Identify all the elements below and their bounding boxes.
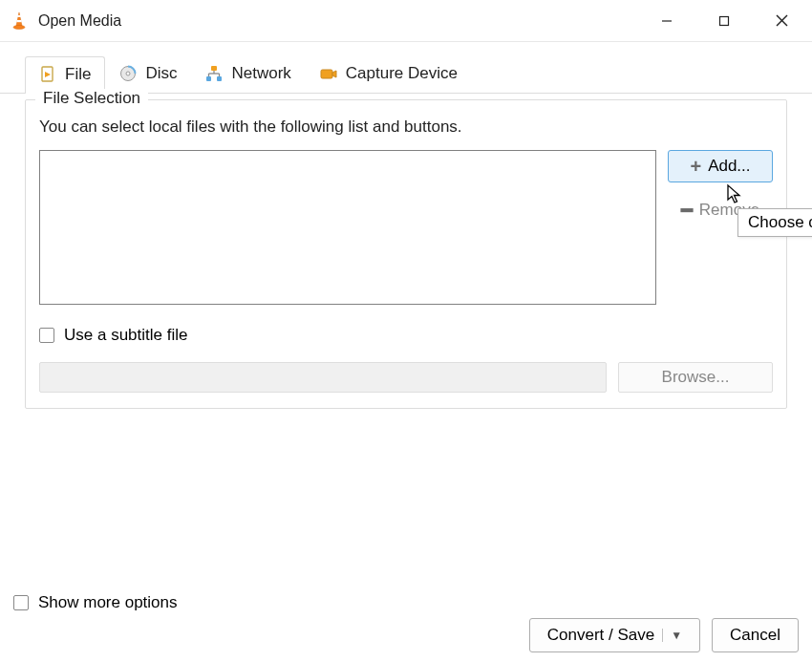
dialog-button-bar: Convert / Save ▼ Cancel bbox=[529, 618, 799, 652]
show-more-options-row[interactable]: Show more options bbox=[13, 593, 178, 612]
tab-label: Disc bbox=[145, 64, 177, 83]
tab-bar: File Disc Network Capture Device bbox=[0, 42, 812, 94]
plus-icon: + bbox=[690, 157, 701, 176]
cancel-button-label: Cancel bbox=[730, 626, 780, 645]
svg-point-10 bbox=[126, 72, 130, 75]
file-selection-group: File Selection You can select local file… bbox=[25, 99, 787, 409]
vlc-cone-icon bbox=[10, 11, 29, 31]
tab-label: File bbox=[65, 65, 91, 84]
tab-disc[interactable]: Disc bbox=[105, 55, 191, 93]
minimize-button[interactable] bbox=[638, 0, 695, 42]
browse-button-label: Browse... bbox=[662, 368, 730, 387]
minus-icon: ━ bbox=[681, 201, 693, 220]
add-button[interactable]: + Add... bbox=[668, 150, 773, 182]
main-content: File Selection You can select local file… bbox=[0, 99, 812, 409]
title-bar: Open Media bbox=[0, 0, 812, 42]
svg-point-2 bbox=[13, 25, 25, 29]
capture-device-icon bbox=[320, 65, 337, 82]
tab-capture-device[interactable]: Capture Device bbox=[306, 55, 472, 93]
file-list[interactable] bbox=[39, 150, 656, 305]
close-button[interactable] bbox=[753, 0, 810, 42]
window-title: Open Media bbox=[38, 12, 121, 30]
subtitle-path-field bbox=[39, 362, 607, 393]
tab-label: Network bbox=[231, 64, 290, 83]
cancel-button[interactable]: Cancel bbox=[712, 618, 799, 652]
svg-rect-12 bbox=[206, 76, 211, 81]
window-controls bbox=[638, 0, 810, 42]
convert-save-button[interactable]: Convert / Save ▼ bbox=[529, 618, 700, 652]
use-subtitle-label: Use a subtitle file bbox=[64, 326, 187, 345]
svg-marker-19 bbox=[332, 71, 336, 77]
svg-rect-4 bbox=[720, 16, 729, 25]
add-button-tooltip: Choose o bbox=[737, 208, 812, 237]
file-icon bbox=[39, 66, 56, 83]
svg-rect-11 bbox=[211, 66, 217, 71]
network-icon bbox=[205, 65, 223, 82]
show-more-label: Show more options bbox=[38, 593, 178, 612]
maximize-button[interactable] bbox=[695, 0, 753, 42]
tab-network[interactable]: Network bbox=[191, 55, 305, 93]
show-more-checkbox[interactable] bbox=[13, 595, 29, 610]
disc-icon bbox=[119, 65, 137, 82]
svg-rect-1 bbox=[16, 20, 21, 22]
convert-save-label: Convert / Save bbox=[547, 626, 654, 645]
svg-rect-13 bbox=[217, 76, 222, 81]
svg-rect-18 bbox=[321, 70, 332, 78]
browse-button: Browse... bbox=[618, 362, 773, 393]
group-title: File Selection bbox=[35, 89, 148, 108]
use-subtitle-row[interactable]: Use a subtitle file bbox=[39, 326, 773, 345]
svg-rect-0 bbox=[17, 15, 21, 17]
add-button-label: Add... bbox=[708, 157, 750, 176]
file-selection-help: You can select local files with the foll… bbox=[39, 117, 773, 137]
tab-label: Capture Device bbox=[346, 64, 458, 83]
use-subtitle-checkbox[interactable] bbox=[39, 328, 54, 343]
chevron-down-icon[interactable]: ▼ bbox=[662, 629, 682, 642]
